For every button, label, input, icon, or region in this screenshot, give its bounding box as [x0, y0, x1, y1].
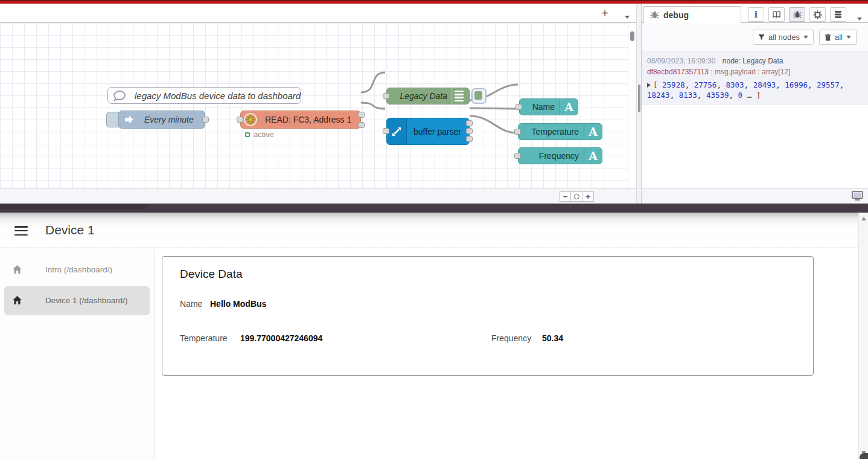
monitor-icon — [852, 191, 863, 201]
browser-top-edge — [0, 0, 868, 4]
console-lines-icon — [451, 88, 467, 104]
expand-payload-arrow-icon[interactable] — [647, 83, 651, 88]
temperature-field-label: Temperature — [180, 333, 228, 343]
dashboard-scrollbar[interactable] — [858, 213, 868, 459]
trash-icon — [825, 34, 831, 41]
wire-read-parser[interactable] — [361, 103, 385, 109]
zoom-out-button[interactable]: − — [560, 191, 571, 202]
zoom-in-button[interactable]: + — [582, 191, 594, 202]
tab-debug-label: debug — [663, 10, 689, 20]
sidebar-item-label: Intro (/dashboard/) — [45, 265, 112, 274]
tab-debug[interactable]: debug — [643, 6, 741, 23]
clear-messages-label: all — [835, 33, 843, 42]
debug-input-port[interactable] — [383, 93, 389, 99]
wire-parser-temperature[interactable] — [470, 108, 517, 109]
sidebar-item-device1[interactable]: Device 1 (/dashboard/) — [0, 286, 155, 315]
debug-tab-button[interactable] — [789, 7, 805, 22]
parser-output-port-2[interactable] — [466, 128, 473, 134]
comment-node[interactable]: legacy ModBus device data to dashboard — [107, 87, 301, 104]
context-data-button[interactable] — [830, 7, 846, 22]
bug-icon — [793, 10, 802, 19]
text-widget-icon: A — [560, 99, 578, 115]
debug-node-label: Legacy Data — [400, 88, 447, 104]
frequency-field-label: Frequency — [491, 333, 531, 343]
flow-tabbar: + — [0, 4, 638, 23]
read-output-port-1[interactable] — [358, 112, 365, 118]
text-widget-icon: A — [584, 124, 602, 140]
help-tab-button[interactable] — [768, 7, 785, 22]
device-data-card: Device Data Name Hello ModBus Temperatur… — [162, 256, 814, 376]
chevron-down-icon — [625, 16, 630, 19]
read-output-port-2[interactable] — [358, 122, 365, 128]
debug-timestamp: 08/09/2023, 16:09:30 — [647, 57, 715, 65]
clear-messages-button[interactable]: all — [819, 30, 857, 45]
speech-bubble-icon — [113, 90, 126, 102]
divider-grip[interactable] — [638, 85, 640, 112]
screen: + legacy ModBus device data to dashboard — [0, 0, 868, 459]
filter-nodes-label: all nodes — [768, 33, 800, 42]
wire-parser-frequency[interactable] — [470, 116, 517, 133]
expand-arrows-icon — [387, 118, 407, 144]
parser-output-port-1[interactable] — [466, 120, 473, 126]
config-nodes-button[interactable] — [809, 7, 826, 22]
funnel-icon — [758, 34, 765, 40]
canvas-vertical-scrollbar[interactable] — [628, 23, 636, 188]
chevron-down-icon — [803, 36, 808, 39]
scroll-up-arrow-icon[interactable] — [861, 217, 866, 220]
node-status: active — [245, 130, 274, 139]
read-input-port[interactable] — [237, 117, 243, 123]
name-field-value: Hello ModBus — [210, 299, 266, 309]
debug-message[interactable]: 08/09/2023, 16:09:30 node: Legacy Data d… — [642, 51, 868, 104]
ui-frequency-label: Frequency — [539, 148, 579, 164]
inject-node[interactable]: Every minute — [118, 111, 205, 129]
gear-icon — [813, 10, 822, 19]
parser-output-port-3[interactable] — [466, 136, 473, 142]
ui-text-node-frequency[interactable]: Frequency A — [518, 147, 602, 164]
buffer-parser-node[interactable]: buffer parser — [386, 118, 470, 145]
sidebar-tabrow: debug i — [642, 6, 868, 23]
wire-read-debug[interactable] — [361, 72, 385, 92]
temperature-field-value: 199.77000427246094 — [240, 333, 322, 343]
ui-name-label: Name — [532, 99, 555, 115]
sidebar-item-intro[interactable]: Intro (/dashboard/) — [0, 255, 155, 284]
zoom-controls: − + — [560, 191, 594, 202]
comment-label: legacy ModBus device data to dashboard — [135, 88, 301, 103]
add-flow-button[interactable]: + — [598, 8, 611, 20]
sidebar-resize-divider[interactable] — [636, 4, 642, 204]
debug-sidebar: debug i — [642, 4, 868, 204]
ui-name-input-port[interactable] — [515, 104, 522, 110]
flow-list-button[interactable] — [625, 11, 630, 22]
debug-msgid: df8ecbd817357113 — [647, 68, 709, 76]
menu-toggle-button[interactable] — [14, 226, 28, 236]
scrollbar-thumb[interactable] — [630, 31, 634, 41]
modbus-star-icon — [243, 112, 258, 127]
window-tab-shadow — [0, 204, 148, 209]
info-tab-button[interactable]: i — [748, 7, 764, 22]
filter-nodes-button[interactable]: all nodes — [753, 30, 814, 45]
editor-footer: − + — [0, 188, 636, 204]
dashboard-window: Device 1 Intro (/dashboard/) Device 1 (/… — [0, 213, 868, 459]
ui-frequency-input-port[interactable] — [514, 153, 521, 159]
debug-payload[interactable]: [ 25928, 27756, 8303, 28493, 16996, 2955… — [647, 80, 862, 100]
debug-output-node[interactable]: Legacy Data — [386, 88, 470, 104]
debug-source-node[interactable]: node: Legacy Data — [723, 57, 783, 65]
ui-temperature-input-port[interactable] — [514, 129, 521, 135]
modbus-read-node[interactable]: READ: FC3, Address 1 — [240, 111, 361, 129]
frequency-field-value: 50.34 — [542, 333, 563, 343]
zoom-reset-button[interactable] — [571, 191, 582, 202]
open-dashboard-button[interactable] — [852, 191, 863, 201]
parser-input-port[interactable] — [383, 128, 389, 134]
chevron-down-icon — [857, 18, 862, 21]
ui-text-node-temperature[interactable]: Temperature A — [518, 123, 602, 140]
debug-enable-toggle[interactable] — [471, 88, 487, 104]
home-icon — [12, 295, 22, 305]
ui-text-node-name[interactable]: Name A — [519, 98, 578, 115]
dashboard-toolbar: Device 1 — [0, 213, 868, 248]
debug-toolbar: all nodes all — [642, 23, 868, 51]
status-text: active — [254, 130, 274, 139]
buffer-parser-label: buffer parser — [413, 118, 461, 144]
flow-canvas[interactable]: legacy ModBus device data to dashboard E… — [0, 23, 628, 188]
dashboard-title: Device 1 — [45, 223, 95, 237]
book-icon — [772, 11, 781, 19]
inject-output-port[interactable] — [202, 117, 209, 123]
